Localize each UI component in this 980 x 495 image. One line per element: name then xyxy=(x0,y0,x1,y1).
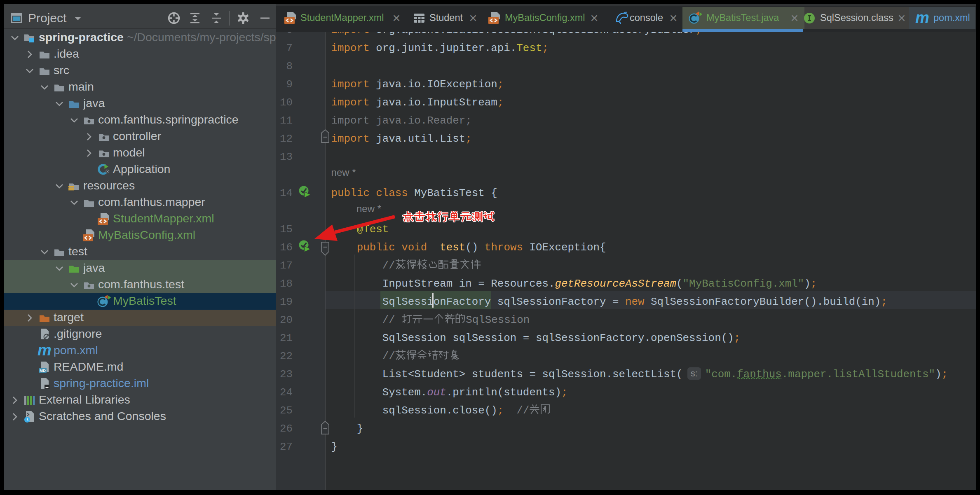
svg-text:MD: MD xyxy=(40,368,46,373)
